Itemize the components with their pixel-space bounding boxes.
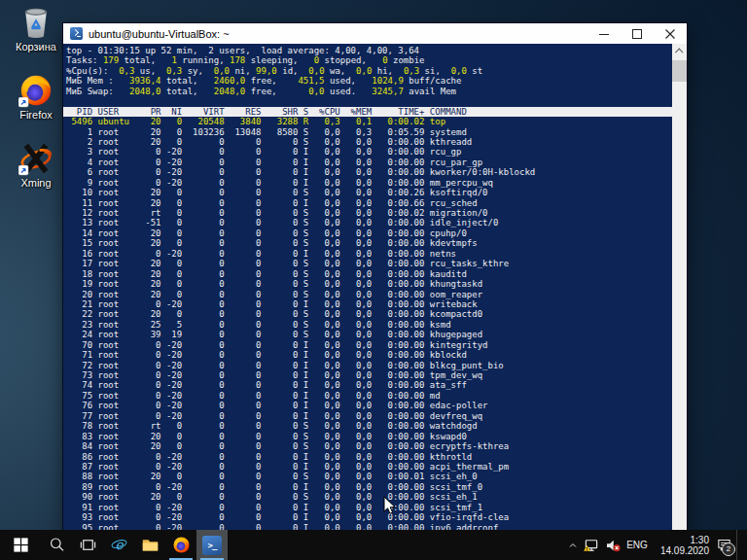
powershell-icon: >_ bbox=[202, 536, 222, 555]
process-row: 88 root 20 0 0 0 0 S 0,0 0,0 0:00.01 scs… bbox=[63, 472, 672, 481]
desktop: e bbox=[0, 0, 747, 560]
terminal-line: МиБ Mem : 3936,4 total, 2460,0 free, 451… bbox=[63, 76, 672, 86]
volume-tray-button[interactable] bbox=[602, 530, 623, 560]
network-tray-button[interactable] bbox=[581, 530, 602, 560]
shortcut-arrow-icon bbox=[18, 97, 29, 108]
desktop-icon-label: Корзина bbox=[16, 41, 56, 52]
scroll-up-icon[interactable] bbox=[672, 44, 687, 58]
terminal-line: %Cpu(s): 0,3 us, 0,3 sy, 0,0 ni, 99,0 id… bbox=[63, 66, 672, 76]
process-row: 77 root 0 -20 0 0 0 I 0,0 0,0 0:00.00 de… bbox=[63, 411, 672, 421]
maximize-icon bbox=[632, 29, 642, 39]
terminal-line: top - 01:30:15 up 52 min, 2 users, load … bbox=[63, 46, 672, 55]
process-row: 14 root 20 0 0 0 0 S 0,0 0,0 0:00.00 cpu… bbox=[63, 228, 672, 238]
notification-badge: 2 bbox=[722, 542, 735, 556]
terminal-viewport[interactable]: top - 01:30:15 up 52 min, 2 users, load … bbox=[63, 44, 672, 531]
scrollbar-thumb[interactable] bbox=[672, 60, 687, 82]
terminal-line: Tasks: 179 total, 1 running, 178 sleepin… bbox=[63, 55, 672, 65]
minimize-icon bbox=[599, 29, 609, 39]
action-center-button[interactable]: 2 bbox=[711, 530, 736, 560]
process-row: 89 root 0 -20 0 0 0 I 0,0 0,0 0:00.00 sc… bbox=[63, 482, 672, 492]
process-row: 19 root 20 0 0 0 0 S 0,0 0,0 0:00.00 khu… bbox=[63, 279, 672, 289]
chevron-up-icon bbox=[566, 539, 580, 552]
window-titlebar[interactable]: ubuntu@ubuntu-VirtualBox: ~ bbox=[63, 23, 687, 44]
search-icon bbox=[48, 536, 66, 554]
file-explorer-icon bbox=[141, 536, 160, 554]
process-row: 9 root 0 -20 0 0 0 I 0,0 0,0 0:00.00 mm_… bbox=[63, 178, 672, 188]
process-row: 2 root 20 0 0 0 0 S 0,0 0,0 0:00.00 kthr… bbox=[63, 137, 672, 147]
process-row: 24 root 39 19 0 0 0 S 0,0 0,0 0:00.00 kh… bbox=[63, 330, 672, 339]
process-row: 76 root 0 -20 0 0 0 I 0,0 0,0 0:00.00 ed… bbox=[63, 401, 672, 410]
process-row: 6 root 0 -20 0 0 0 I 0,0 0,0 0:00.00 kwo… bbox=[63, 167, 672, 177]
process-row: 12 root rt 0 0 0 0 S 0,0 0,0 0:00.02 mig… bbox=[63, 208, 672, 218]
firefox-taskbar-button[interactable] bbox=[165, 530, 196, 560]
clock[interactable]: 1:30 14.09.2020 bbox=[651, 530, 711, 560]
process-row: 90 root 20 0 0 0 0 S 0,0 0,0 0:00.00 scs… bbox=[63, 492, 672, 502]
process-row: 5496 ubuntu 20 0 20548 3840 3288 R 0,3 0… bbox=[63, 117, 672, 126]
file-explorer-button[interactable] bbox=[134, 530, 165, 560]
window-title: ubuntu@ubuntu-VirtualBox: ~ bbox=[89, 28, 587, 40]
recycle-bin-icon bbox=[18, 5, 53, 40]
shortcut-arrow-icon bbox=[18, 165, 29, 176]
process-row: 73 root 0 -20 0 0 0 I 0,0 0,0 0:00.00 tp… bbox=[63, 370, 672, 380]
process-row: 11 root 20 0 0 0 0 I 0,0 0,0 0:00.66 rcu… bbox=[63, 198, 672, 208]
process-row: 74 root 0 -20 0 0 0 I 0,0 0,0 0:00.00 at… bbox=[63, 380, 672, 390]
process-row: 70 root 0 -20 0 0 0 I 0,0 0,0 0:00.00 ki… bbox=[63, 340, 672, 350]
task-view-icon bbox=[79, 536, 97, 554]
search-button[interactable] bbox=[41, 530, 72, 560]
process-row: 17 root 20 0 0 0 0 S 0,0 0,0 0:00.00 rcu… bbox=[63, 259, 672, 268]
process-row: 21 root 0 -20 0 0 0 I 0,0 0,0 0:00.00 wr… bbox=[63, 299, 672, 309]
process-row: 10 root 20 0 0 0 0 S 0,0 0,0 0:00.26 kso… bbox=[63, 188, 672, 197]
firefox-icon bbox=[18, 73, 53, 108]
powershell-icon bbox=[70, 27, 83, 40]
system-tray: ENG 1:30 14.09.2020 2 bbox=[565, 530, 747, 560]
terminal-line: МиБ Swap: 2048,0 total, 2048,0 free, 0,0… bbox=[63, 87, 672, 96]
process-row: 20 root 20 0 0 0 0 S 0,0 0,0 0:00.00 oom… bbox=[63, 290, 672, 299]
process-row: 1 root 20 0 103236 13048 8580 S 0,0 0,3 … bbox=[63, 127, 672, 137]
console-area: top - 01:30:15 up 52 min, 2 users, load … bbox=[63, 44, 687, 531]
process-row: 91 root 0 -20 0 0 0 I 0,0 0,0 0:00.00 sc… bbox=[63, 503, 672, 512]
process-row: 78 root rt 0 0 0 0 S 0,0 0,0 0:00.00 wat… bbox=[63, 421, 672, 431]
process-row: 75 root 0 -20 0 0 0 I 0,0 0,0 0:00.00 md bbox=[63, 391, 672, 401]
process-table-header: PID USER PR NI VIRT RES SHR S %CPU %MEM … bbox=[63, 107, 672, 117]
firefox-icon bbox=[172, 536, 191, 554]
process-row: 93 root 0 -20 0 0 0 I 0,0 0,0 0:00.00 vf… bbox=[63, 512, 672, 522]
process-row: 4 root 0 -20 0 0 0 I 0,0 0,0 0:00.00 rcu… bbox=[63, 158, 672, 167]
process-row: 83 root 20 0 0 0 0 S 0,0 0,0 0:00.00 ksw… bbox=[63, 432, 672, 441]
internet-explorer-button[interactable] bbox=[103, 530, 134, 560]
close-button[interactable] bbox=[654, 23, 687, 44]
maximize-button[interactable] bbox=[621, 23, 654, 44]
process-table: PID USER PR NI VIRT RES SHR S %CPU %MEM … bbox=[63, 107, 672, 531]
terminal-window: ubuntu@ubuntu-VirtualBox: ~ top - 01:30:… bbox=[62, 22, 688, 532]
process-row: 71 root 0 -20 0 0 0 I 0,0 0,0 0:00.00 kb… bbox=[63, 350, 672, 360]
close-icon bbox=[665, 29, 675, 39]
internet-explorer-icon bbox=[110, 536, 128, 554]
process-row: 23 root 25 5 0 0 0 S 0,0 0,0 0:00.00 ksm… bbox=[63, 320, 672, 330]
process-row: 22 root 20 0 0 0 0 S 0,0 0,0 0:00.00 kco… bbox=[63, 309, 672, 319]
language-indicator[interactable]: ENG bbox=[623, 530, 651, 560]
process-row: 84 root 20 0 0 0 0 S 0,0 0,0 0:00.00 ecr… bbox=[63, 441, 672, 451]
scrollbar[interactable] bbox=[672, 44, 687, 531]
process-row: 3 root 0 -20 0 0 0 I 0,0 0,0 0:00.00 rcu… bbox=[63, 147, 672, 157]
xming-icon bbox=[18, 141, 53, 176]
clock-time: 1:30 bbox=[691, 535, 709, 545]
desktop-icon-xming[interactable]: Xming bbox=[4, 141, 68, 189]
task-view-button[interactable] bbox=[72, 530, 103, 560]
process-row: 13 root -51 0 0 0 0 S 0,0 0,0 0:00.00 id… bbox=[63, 218, 672, 228]
taskbar-buttons: >_ bbox=[0, 530, 228, 560]
start-button[interactable] bbox=[0, 530, 41, 560]
blank-line bbox=[63, 96, 672, 106]
volume-muted-icon bbox=[604, 537, 622, 554]
desktop-icon-grid: Корзина Firefox Xming bbox=[4, 5, 68, 189]
desktop-icon-recycle-bin[interactable]: Корзина bbox=[4, 5, 68, 52]
minimize-button[interactable] bbox=[587, 23, 621, 44]
powershell-taskbar-button[interactable]: >_ bbox=[196, 530, 228, 560]
clock-date: 14.09.2020 bbox=[660, 545, 709, 556]
top-summary: top - 01:30:15 up 52 min, 2 users, load … bbox=[63, 46, 672, 96]
process-row: 72 root 0 -20 0 0 0 I 0,0 0,0 0:00.00 bl… bbox=[63, 361, 672, 370]
show-desktop-button[interactable] bbox=[736, 530, 741, 560]
process-row: 18 root 20 0 0 0 0 S 0,0 0,0 0:00.00 kau… bbox=[63, 269, 672, 279]
windows-logo-icon bbox=[12, 536, 30, 554]
desktop-icon-firefox[interactable]: Firefox bbox=[4, 73, 68, 121]
network-warning-icon bbox=[583, 537, 600, 554]
show-hidden-icons-button[interactable] bbox=[565, 530, 581, 560]
